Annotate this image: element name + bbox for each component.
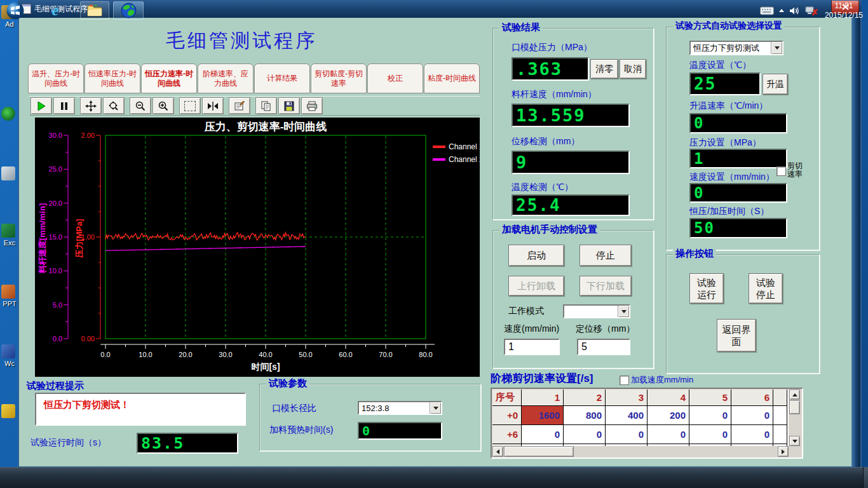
table-cell[interactable]: 0: [689, 425, 731, 444]
tab-temp-pressure-time[interactable]: 温升、压力-时间曲线: [28, 64, 84, 93]
table-cell[interactable]: 0: [731, 425, 773, 444]
preheat-display: 0: [358, 422, 442, 440]
work-mode-combo[interactable]: [563, 304, 630, 318]
target-displacement-input[interactable]: [577, 339, 630, 355]
pan-button[interactable]: [80, 97, 102, 114]
clear-button[interactable]: 清零: [590, 59, 618, 79]
die-pressure-display: .363: [512, 57, 589, 81]
desktop-icon-label: Exc: [0, 239, 19, 247]
ie-icon: e: [52, 2, 59, 19]
manual-speed-input[interactable]: [504, 339, 560, 355]
zoom-dynamic-button[interactable]: [103, 97, 125, 114]
table-cell[interactable]: 0: [689, 406, 731, 425]
table-cell[interactable]: [773, 406, 787, 425]
die-ratio-combo[interactable]: 152:3.8: [358, 401, 442, 415]
table-cell[interactable]: 0: [606, 425, 648, 444]
col-header: 6: [731, 390, 773, 406]
combo-drop-button[interactable]: [618, 306, 629, 317]
start-button[interactable]: [4, 1, 27, 20]
temp-set-display: 25: [689, 72, 761, 95]
zoom-out-button[interactable]: [130, 97, 151, 114]
properties-button[interactable]: [229, 97, 250, 114]
tray-expand-icon[interactable]: [779, 9, 784, 12]
taskbar-app-capillary[interactable]: [113, 1, 144, 20]
desktop-icon-ppt[interactable]: PPT: [0, 285, 19, 308]
test-mode-combo[interactable]: 恒压力下剪切测试: [689, 41, 783, 55]
svg-text:60.0: 60.0: [339, 351, 352, 358]
desktop-icon-music[interactable]: [0, 404, 19, 419]
return-button[interactable]: 返回界面: [717, 319, 756, 352]
combo-drop-button[interactable]: [430, 402, 441, 414]
tab-shear-viscosity[interactable]: 剪切黏度-剪切速率: [311, 64, 367, 93]
pressure-shear-rate-chart[interactable]: 压力、剪切速率-时间曲线0.010.020.030.040.050.060.07…: [35, 118, 480, 377]
play-button[interactable]: [31, 97, 52, 114]
up-unload-button[interactable]: 上行卸载: [508, 276, 564, 296]
network-disconnected-badge: ✗: [811, 8, 818, 17]
hscroll-thumb[interactable]: [504, 446, 574, 457]
volume-icon[interactable]: [789, 6, 800, 16]
keyboard-icon[interactable]: [760, 6, 774, 15]
table-cell[interactable]: 0: [522, 425, 564, 444]
test-run-button[interactable]: 试验运行: [689, 273, 724, 304]
taskbar-ie[interactable]: e: [44, 1, 66, 20]
taskbar-explorer[interactable]: [80, 1, 109, 20]
show-desktop-button[interactable]: [863, 467, 868, 488]
table-cell-selected[interactable]: 1600: [522, 406, 564, 425]
select-region-button[interactable]: [179, 97, 201, 114]
step-rate-table: 序号 1 2 3 4 5 6 +0 1600 800 400 200 0 0 +…: [491, 388, 803, 459]
desktop-icon-globe[interactable]: [0, 107, 19, 122]
tab-calc-results[interactable]: 计算结果: [254, 64, 310, 93]
temperature-display: 25.4: [512, 194, 630, 216]
pause-button[interactable]: [53, 97, 75, 114]
speed-set-label: 速度设置（mm/min）: [689, 172, 775, 183]
cancel-button[interactable]: 取消: [620, 59, 646, 79]
copy-button[interactable]: [255, 97, 277, 114]
motor-start-button[interactable]: 启动: [508, 245, 564, 266]
shear-rate-checkbox[interactable]: [776, 166, 786, 176]
scroll-right-button[interactable]: [778, 446, 789, 457]
table-cell[interactable]: 800: [564, 406, 606, 425]
scroll-left-button[interactable]: [492, 446, 503, 457]
hold-time-label: 恒压/加压时间（S）: [689, 206, 769, 217]
down-load-button[interactable]: 下行加载: [580, 276, 632, 296]
process-hint-message: 恒压力下剪切测试！: [36, 394, 245, 411]
save-button[interactable]: [278, 97, 300, 114]
scroll-down-button[interactable]: [789, 436, 800, 446]
collapse-axes-icon: [208, 102, 218, 111]
heat-button[interactable]: 升温: [763, 74, 788, 95]
table-hscrollbar[interactable]: [492, 446, 789, 457]
print-button[interactable]: [301, 97, 323, 114]
table-cell[interactable]: 0: [648, 425, 689, 444]
desktop-icon-document[interactable]: [0, 166, 19, 182]
zoom-in-button[interactable]: [153, 97, 174, 114]
tab-const-rate-pressure[interactable]: 恒速率压力-时间曲线: [85, 64, 140, 93]
heat-rate-label: 升温速率（℃/min）: [689, 100, 768, 112]
desktop-icon-label: PPT: [0, 300, 19, 308]
tab-calibration[interactable]: 校正: [367, 64, 423, 93]
tab-step-rate-stress[interactable]: 阶梯速率、应力曲线: [198, 64, 254, 93]
col-header: 4: [648, 390, 689, 406]
tab-const-pressure-rate[interactable]: 恒压力速率-时间曲线: [141, 64, 197, 93]
desktop-icon-word[interactable]: Wc: [0, 344, 19, 367]
vscroll-thumb[interactable]: [789, 400, 800, 414]
test-stop-button[interactable]: 试验停止: [749, 273, 783, 304]
desktop-icon-excel[interactable]: Exc: [0, 224, 19, 247]
table-vscrollbar[interactable]: [789, 390, 801, 446]
network-icon[interactable]: ✗: [805, 6, 817, 16]
ppt-icon: [1, 285, 15, 299]
taskbar-clock[interactable]: 11:01 2015/12/15: [822, 1, 863, 20]
table-cell[interactable]: [773, 425, 787, 444]
motor-stop-button[interactable]: 停止: [580, 245, 632, 266]
collapse-axes-button[interactable]: [202, 97, 224, 114]
table-cell[interactable]: 0: [564, 425, 606, 444]
table-cell[interactable]: 0: [731, 406, 773, 425]
tab-viscosity-time[interactable]: 粘度-时间曲线: [424, 64, 480, 93]
load-speed-checkbox-label: 加载速度mm/min: [631, 374, 693, 386]
table-cell[interactable]: 400: [606, 406, 648, 425]
table-cell[interactable]: 200: [648, 406, 689, 425]
load-speed-checkbox[interactable]: [620, 376, 629, 385]
combo-drop-button[interactable]: [771, 42, 782, 54]
window-titlebar[interactable]: 毛细管测试程序: [18, 0, 862, 18]
table-corner-header: 序号: [492, 390, 522, 406]
scroll-up-button[interactable]: [789, 390, 800, 400]
